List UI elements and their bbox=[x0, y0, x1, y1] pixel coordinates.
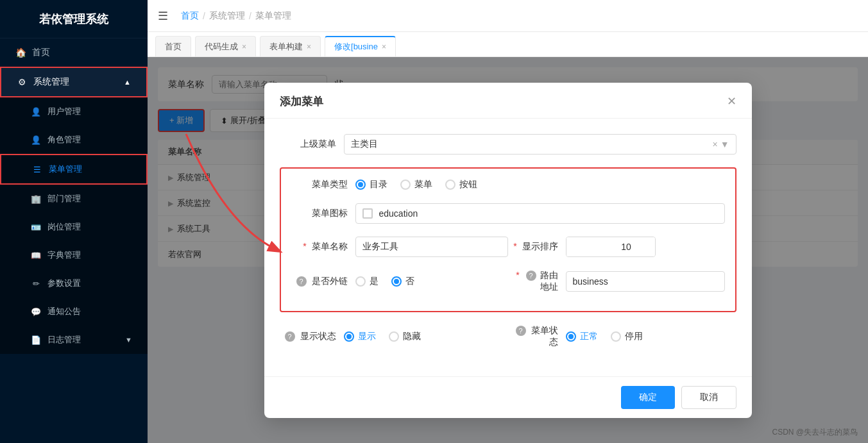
sidebar-item-params[interactable]: ✏ 参数设置 bbox=[0, 269, 148, 297]
radio-show-label: 显示 bbox=[358, 331, 376, 342]
menu-status-help-icon[interactable]: ? bbox=[516, 326, 526, 336]
display-status-radio-group: 显示 隐藏 bbox=[344, 331, 421, 342]
clear-icon[interactable]: × bbox=[712, 139, 717, 149]
display-order-value[interactable] bbox=[566, 237, 656, 256]
content-area: 菜单名称 状 + 新增 ⬍ 展开/折叠 菜单名称 图标 排序 ▶系统管理 ⚙ 1 bbox=[148, 57, 868, 443]
parent-menu-select[interactable]: 主类目 × ▼ bbox=[344, 134, 736, 155]
radio-hide[interactable]: 隐藏 bbox=[389, 331, 421, 342]
display-order-col: * 显示排序 ▲ ▼ bbox=[508, 237, 725, 257]
radio-disable[interactable]: 停用 bbox=[611, 331, 643, 342]
modal-header: 添加菜单 ✕ bbox=[264, 83, 752, 119]
tab-codegen-label: 代码生成 bbox=[205, 41, 238, 53]
radio-external-no[interactable]: 否 bbox=[391, 276, 414, 287]
radio-disable-dot bbox=[611, 331, 621, 342]
sidebar-item-notice-label: 通知公告 bbox=[47, 306, 81, 317]
radio-menu-label: 菜单 bbox=[414, 179, 432, 190]
user-icon: 👤 bbox=[31, 106, 41, 117]
display-status-col: ? 显示状态 显示 隐藏 bbox=[280, 325, 508, 348]
sidebar-item-post-label: 岗位管理 bbox=[47, 221, 81, 233]
topbar-menu-icon[interactable]: ☰ bbox=[158, 9, 168, 23]
radio-normal[interactable]: 正常 bbox=[566, 331, 598, 342]
chevron-down-icon: ▼ bbox=[720, 139, 729, 149]
menu-icon-input[interactable]: education bbox=[355, 203, 725, 224]
sidebar-item-menu[interactable]: ☰ 菜单管理 bbox=[0, 154, 148, 185]
comment-icon: 💬 bbox=[31, 306, 41, 317]
menu-status-col: ? 菜单状态 正常 停用 bbox=[508, 325, 736, 348]
sidebar-item-dict[interactable]: 📖 字典管理 bbox=[0, 241, 148, 269]
cancel-button[interactable]: 取消 bbox=[681, 386, 736, 409]
breadcrumb-system[interactable]: 系统管理 bbox=[209, 10, 245, 22]
sidebar-logo: 若依管理系统 bbox=[0, 0, 148, 38]
sidebar-submenu: 👤 用户管理 👤 角色管理 ☰ 菜单管理 🏢 部门管理 🪪 岗位管理 📖 bbox=[0, 97, 148, 354]
radio-hide-label: 隐藏 bbox=[403, 331, 421, 342]
menu-name-label-text: 菜单名称 bbox=[312, 241, 348, 251]
external-link-help-icon[interactable]: ? bbox=[296, 276, 307, 287]
radio-normal-label: 正常 bbox=[580, 331, 598, 342]
sidebar-item-user[interactable]: 👤 用户管理 bbox=[0, 97, 148, 126]
sidebar-item-system[interactable]: ⚙ 系统管理 ▲ bbox=[0, 67, 148, 97]
radio-button[interactable]: 按钮 bbox=[445, 179, 477, 190]
menu-icon-row: 菜单图标 education bbox=[291, 203, 725, 224]
select-actions: × ▼ bbox=[712, 139, 729, 149]
modal-close-button[interactable]: ✕ bbox=[727, 94, 736, 108]
radio-external-yes-dot bbox=[355, 276, 366, 287]
list-icon: ☰ bbox=[32, 164, 42, 174]
display-order-label: * 显示排序 bbox=[508, 241, 566, 253]
sidebar-item-home[interactable]: 🏠 首页 bbox=[0, 38, 148, 67]
tab-table-close[interactable]: × bbox=[307, 42, 311, 51]
sidebar-item-log[interactable]: 📄 日志管理 ▼ bbox=[0, 326, 148, 354]
sidebar-item-params-label: 参数设置 bbox=[47, 278, 81, 289]
chevron-up-icon: ▲ bbox=[124, 78, 131, 86]
menu-status-label: ? 菜单状态 bbox=[508, 325, 566, 348]
display-status-help-icon[interactable]: ? bbox=[285, 331, 295, 342]
tab-home[interactable]: 首页 bbox=[155, 36, 191, 56]
sidebar-item-dept[interactable]: 🏢 部门管理 bbox=[0, 185, 148, 213]
name-order-row: * 菜单名称 * 显示排序 bbox=[291, 237, 725, 257]
tab-table[interactable]: 表单构建 × bbox=[260, 36, 321, 56]
book-icon: 📖 bbox=[31, 250, 41, 260]
tab-codegen[interactable]: 代码生成 × bbox=[195, 36, 256, 56]
menu-status-label-text: 菜单状态 bbox=[531, 325, 558, 347]
sidebar-item-notice[interactable]: 💬 通知公告 bbox=[0, 297, 148, 326]
radio-external-yes[interactable]: 是 bbox=[355, 276, 379, 287]
required-star2: * bbox=[513, 241, 516, 251]
tab-codegen-close[interactable]: × bbox=[242, 42, 246, 51]
breadcrumb-sep1: / bbox=[203, 11, 205, 21]
breadcrumb-home[interactable]: 首页 bbox=[181, 10, 199, 22]
breadcrumb-sep2: / bbox=[249, 11, 251, 21]
building-icon: 🏢 bbox=[31, 194, 41, 204]
confirm-button[interactable]: 确定 bbox=[621, 386, 675, 409]
menu-status-radio-group: 正常 停用 bbox=[566, 331, 643, 342]
tab-menu-edit-close[interactable]: × bbox=[382, 42, 386, 51]
route-input[interactable] bbox=[566, 271, 725, 292]
display-status-label: ? 显示状态 bbox=[280, 331, 344, 342]
tab-menu-edit-label: 修改[busine bbox=[334, 41, 378, 53]
sidebar-item-log-label: 日志管理 bbox=[47, 334, 81, 346]
radio-menu[interactable]: 菜单 bbox=[400, 179, 432, 190]
external-link-label: ? 是否外链 bbox=[291, 276, 355, 287]
sidebar-item-dict-label: 字典管理 bbox=[47, 249, 81, 261]
radio-directory-label: 目录 bbox=[370, 179, 387, 190]
parent-menu-value: 主类目 bbox=[351, 138, 713, 150]
sidebar-item-home-label: 首页 bbox=[32, 47, 50, 58]
route-help-icon[interactable]: ? bbox=[526, 271, 536, 281]
modal-footer: 确定 取消 bbox=[264, 376, 752, 418]
display-order-input[interactable]: ▲ ▼ bbox=[566, 237, 656, 257]
modal-body: 上级菜单 主类目 × ▼ 菜单类型 bbox=[264, 119, 752, 376]
radio-show[interactable]: 显示 bbox=[344, 331, 376, 342]
radio-directory[interactable]: 目录 bbox=[355, 179, 387, 190]
sidebar-item-dept-label: 部门管理 bbox=[47, 193, 81, 205]
display-status-label-text: 显示状态 bbox=[300, 331, 336, 341]
menu-name-input[interactable] bbox=[355, 237, 508, 257]
tab-menu-edit[interactable]: 修改[busine × bbox=[325, 36, 396, 56]
sidebar-item-role[interactable]: 👤 角色管理 bbox=[0, 126, 148, 154]
radio-external-no-label: 否 bbox=[405, 276, 414, 287]
menu-type-row: 菜单类型 目录 菜单 bbox=[291, 179, 725, 190]
external-link-col: ? 是否外链 是 bbox=[291, 270, 508, 293]
radio-button-dot bbox=[445, 180, 455, 190]
breadcrumb-menu: 菜单管理 bbox=[255, 10, 291, 22]
main-area: ☰ 首页 / 系统管理 / 菜单管理 首页 代码生成 × 表单构建 × 修改[b… bbox=[148, 0, 868, 443]
sidebar-item-post[interactable]: 🪪 岗位管理 bbox=[0, 213, 148, 241]
route-col: * ? 路由地址 bbox=[508, 270, 725, 293]
display-order-label-text: 显示排序 bbox=[522, 241, 558, 251]
